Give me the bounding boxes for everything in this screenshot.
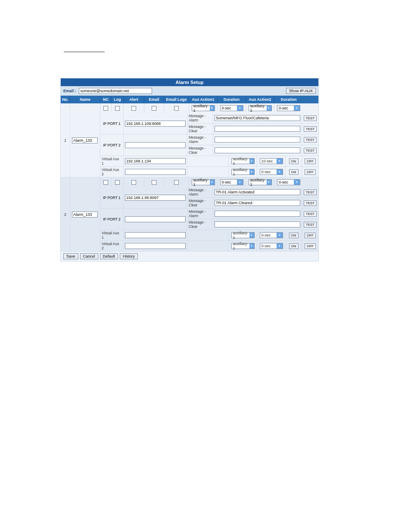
nc-checkbox[interactable] — [103, 180, 108, 185]
nc-checkbox[interactable] — [103, 106, 108, 111]
msg-clear-input[interactable] — [215, 126, 300, 132]
hdr-aux1: Aux Action1 — [189, 96, 218, 103]
off-button[interactable]: OFF — [305, 233, 316, 238]
email-input[interactable] — [79, 88, 152, 94]
vaux2-dur-value: 0-sec — [262, 244, 271, 248]
test-button[interactable]: TEST — [304, 222, 317, 227]
vaux2-input[interactable] — [125, 169, 186, 175]
table-header: No. Name NC Log Alert Email Email Logs A… — [61, 96, 318, 103]
ipport2-input[interactable] — [125, 142, 186, 148]
on-button[interactable]: ON — [289, 243, 299, 249]
aux2-select[interactable]: auxiliary-1▾ — [249, 105, 272, 111]
email-label: Email : — [63, 89, 76, 93]
vaux1-dur-value: 0-sec — [262, 233, 271, 237]
off-button[interactable]: OFF — [305, 169, 316, 175]
vaux1-input[interactable] — [125, 232, 186, 238]
msg-clear-input[interactable] — [215, 221, 300, 227]
vaux2-dur-select[interactable]: 0-sec▾ — [260, 243, 283, 249]
show-ipaux-button[interactable]: Show IP-AUX — [286, 88, 316, 94]
alarm-setup-panel: Alarm Setup Email : Show IP-AUX No. Name… — [60, 78, 319, 261]
dur1-value: 0-sec — [222, 180, 231, 184]
vaux1-dur-value: 10-sec — [262, 159, 273, 163]
vaux1-label: Virtual Aux 1 — [100, 230, 124, 240]
vaux2-label: Virtual Aux 2 — [100, 241, 124, 251]
msg-alarm-label: Message - Alarm — [187, 113, 213, 123]
dur1-select[interactable]: 0-sec▾ — [220, 105, 243, 111]
msg-clear-input[interactable] — [215, 200, 300, 206]
msg-clear-label: Message - Clear — [187, 219, 213, 230]
ipport2-label: IP PORT 2 — [100, 134, 124, 156]
msg-alarm-input[interactable] — [215, 137, 300, 143]
save-button[interactable]: Save — [63, 253, 78, 259]
alarm-row: 2 auxiliary-1▾ 0-sec▾ auxiliary-1▾ 0-sec… — [61, 177, 318, 252]
aux2-value: auxiliary-1 — [250, 178, 266, 187]
test-button[interactable]: TEST — [304, 137, 317, 143]
vaux1-aux-select[interactable]: auxiliary-1▾ — [231, 158, 255, 164]
off-button[interactable]: OFF — [305, 159, 316, 164]
msg-alarm-input[interactable] — [215, 115, 300, 121]
aux1-select[interactable]: auxiliary-1▾ — [192, 179, 215, 185]
chevron-down-icon: ▾ — [237, 180, 243, 185]
panel-title: Alarm Setup — [61, 78, 318, 86]
cancel-button[interactable]: Cancel — [80, 253, 98, 259]
emaillogs-checkbox[interactable] — [174, 106, 179, 111]
chevron-down-icon: ▾ — [294, 180, 300, 185]
vaux1-dur-select[interactable]: 10-sec▾ — [260, 158, 283, 164]
vaux2-dur-select[interactable]: 0-sec▾ — [260, 169, 283, 175]
on-button[interactable]: ON — [289, 169, 299, 175]
alarm-name-input[interactable] — [72, 212, 98, 218]
hdr-alert: Alert — [124, 96, 144, 103]
email-checkbox[interactable] — [152, 106, 156, 111]
aux1-select[interactable]: auxiliary-1▾ — [192, 105, 215, 111]
default-button[interactable]: Default — [100, 253, 118, 259]
on-button[interactable]: ON — [289, 233, 299, 238]
chevron-down-icon: ▾ — [294, 106, 300, 111]
ipport1-input[interactable] — [125, 195, 186, 201]
chevron-down-icon: ▾ — [277, 169, 283, 174]
dur2-select[interactable]: 0-sec▾ — [277, 179, 300, 185]
vaux1-input[interactable] — [125, 158, 186, 164]
aux1-value: auxiliary-1 — [193, 104, 209, 112]
ipport1-input[interactable] — [125, 121, 186, 127]
on-button[interactable]: ON — [289, 159, 299, 164]
msg-clear-label: Message - Clear — [187, 124, 213, 134]
history-button[interactable]: History — [120, 253, 138, 259]
ipport2-group: IP PORT 2 Message - Alarm TEST Message -… — [100, 134, 318, 156]
alarm-name-input[interactable] — [72, 137, 98, 143]
dur1-select[interactable]: 0-sec▾ — [220, 179, 243, 185]
ipport1-group: IP PORT 1 Message - Alarm TEST Message -… — [100, 113, 318, 134]
test-button[interactable]: TEST — [304, 190, 317, 195]
dur2-value: 0-sec — [279, 180, 288, 184]
aux2-value: auxiliary-1 — [250, 104, 266, 112]
msg-clear-input[interactable] — [215, 147, 300, 153]
log-checkbox[interactable] — [115, 106, 120, 111]
aux2-select[interactable]: auxiliary-1▾ — [249, 179, 272, 185]
emaillogs-checkbox[interactable] — [174, 180, 179, 185]
footer-buttons: Save Cancel Default History — [61, 252, 318, 261]
vaux1-dur-select[interactable]: 0-sec▾ — [260, 232, 283, 238]
msg-alarm-input[interactable] — [215, 211, 300, 217]
vaux2-input[interactable] — [125, 243, 186, 249]
vaux2-row: Virtual Aux 2 auxiliary-1▾ 0-sec▾ ON OFF — [100, 167, 318, 177]
vaux1-aux-select[interactable]: auxiliary-1▾ — [231, 232, 255, 238]
alert-checkbox[interactable] — [131, 106, 136, 111]
decorative-underline — [64, 52, 105, 52]
test-button[interactable]: TEST — [304, 148, 317, 153]
chevron-down-icon: ▾ — [249, 169, 254, 174]
vaux2-aux-select[interactable]: auxiliary-1▾ — [231, 243, 255, 249]
test-button[interactable]: TEST — [304, 211, 317, 217]
off-button[interactable]: OFF — [305, 243, 316, 249]
vaux2-aux-select[interactable]: auxiliary-1▾ — [231, 169, 255, 175]
vaux2-dur-value: 0-sec — [262, 170, 271, 174]
test-button[interactable]: TEST — [304, 126, 317, 132]
alarm-top-row: auxiliary-1▾ 0-sec▾ auxiliary-1▾ 0-sec▾ — [100, 177, 318, 187]
dur2-select[interactable]: 0-sec▾ — [277, 105, 300, 111]
email-checkbox[interactable] — [152, 180, 156, 185]
ipport2-input[interactable] — [125, 216, 186, 222]
ipport2-group: IP PORT 2 Message - Alarm TEST Message -… — [100, 208, 318, 230]
test-button[interactable]: TEST — [304, 115, 317, 121]
log-checkbox[interactable] — [115, 180, 120, 185]
test-button[interactable]: TEST — [304, 200, 317, 206]
alert-checkbox[interactable] — [131, 180, 136, 185]
msg-alarm-input[interactable] — [215, 189, 300, 195]
